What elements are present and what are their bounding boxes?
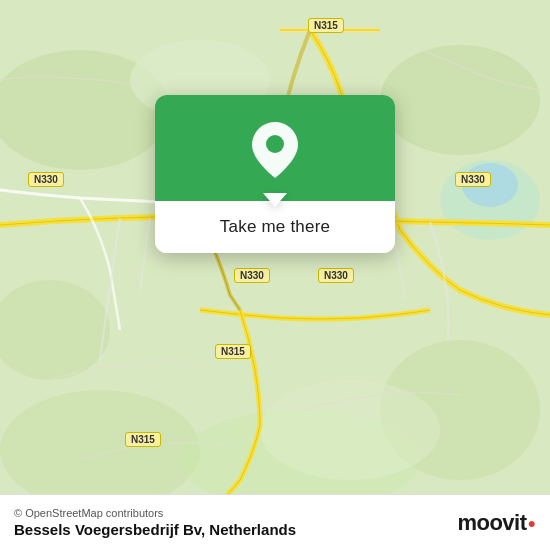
road-badge-n330-mid1: N330 <box>234 268 270 283</box>
road-badge-n315-btm2: N315 <box>125 432 161 447</box>
svg-point-2 <box>380 45 540 155</box>
map-container: N315 N330 N330 N330 N330 N315 N315 Take … <box>0 0 550 550</box>
take-me-there-button[interactable]: Take me there <box>220 217 330 237</box>
moovit-text: moovit <box>457 510 526 536</box>
road-badge-n330-mid2: N330 <box>318 268 354 283</box>
location-pin-icon <box>248 123 302 177</box>
svg-point-9 <box>260 380 440 480</box>
svg-point-13 <box>266 135 284 153</box>
location-label: Bessels Voegersbedrijf Bv, Netherlands <box>14 521 296 538</box>
road-badge-n330-right: N330 <box>455 172 491 187</box>
popup-button-section: Take me there <box>155 201 395 253</box>
location-popup: Take me there <box>155 95 395 253</box>
popup-header <box>155 95 395 201</box>
map-roads-svg <box>0 0 550 550</box>
bottom-bar: © OpenStreetMap contributors Bessels Voe… <box>0 494 550 550</box>
moovit-logo: moovit ● <box>457 510 536 536</box>
svg-point-5 <box>0 390 200 510</box>
road-badge-n315-top: N315 <box>308 18 344 33</box>
moovit-dot: ● <box>528 515 536 531</box>
popup-pointer <box>263 193 287 207</box>
road-badge-n315-btm1: N315 <box>215 344 251 359</box>
bottom-left-info: © OpenStreetMap contributors Bessels Voe… <box>14 507 296 538</box>
osm-attribution: © OpenStreetMap contributors <box>14 507 296 519</box>
road-badge-n330-left: N330 <box>28 172 64 187</box>
